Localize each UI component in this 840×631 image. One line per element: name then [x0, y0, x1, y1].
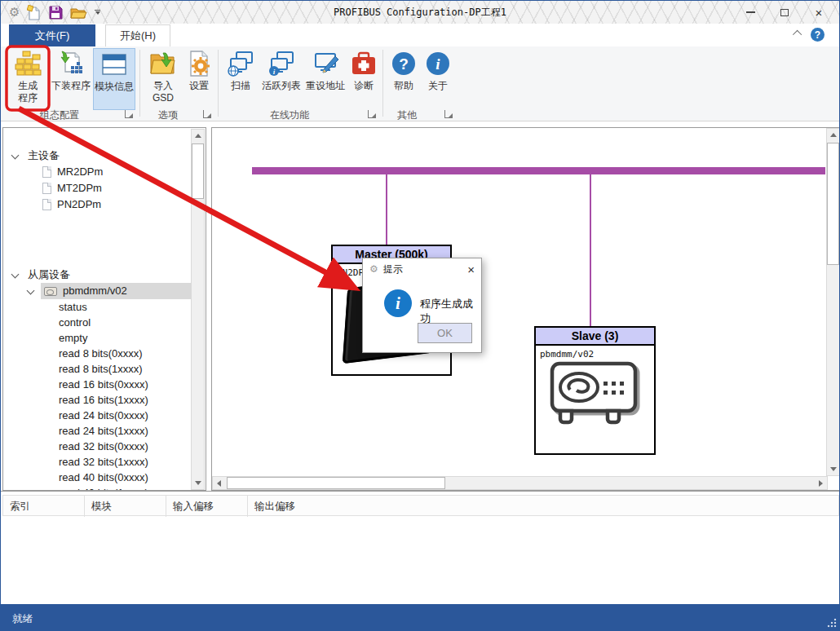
close-icon: ×: [816, 6, 823, 20]
scroll-left-button[interactable]: [213, 477, 225, 489]
settings-button[interactable]: 设置: [183, 48, 214, 107]
scroll-up-button[interactable]: [827, 129, 839, 141]
active-list-label: 活跃列表: [262, 80, 301, 92]
minimize-button[interactable]: [733, 1, 767, 24]
tab-file[interactable]: 文件(F): [9, 24, 95, 46]
tree-item-module[interactable]: read 40 bits(1xxxx): [3, 485, 206, 491]
triangle-down-icon: [195, 481, 201, 485]
help-button[interactable]: ?: [811, 28, 825, 42]
tree-item-label: read 24 bits(1xxxx): [59, 423, 148, 439]
column-header-index[interactable]: 索引: [3, 496, 85, 517]
scroll-up-button[interactable]: [192, 130, 204, 142]
tree-item-module[interactable]: status: [3, 299, 206, 315]
module-info-button[interactable]: 模块信息: [93, 48, 135, 110]
tree-item-module[interactable]: read 8 bits(0xxxx): [3, 346, 206, 361]
scrollbar-thumb[interactable]: [192, 143, 204, 199]
scroll-down-button[interactable]: [192, 477, 204, 489]
tree-item-label: read 8 bits(1xxxx): [59, 361, 143, 377]
tree-item-module[interactable]: empty: [3, 330, 206, 346]
tree-item-module[interactable]: control: [3, 315, 206, 330]
bus-drop-line: [590, 174, 591, 327]
import-gsd-button[interactable]: 导入 GSD: [144, 48, 182, 107]
group-label-online: 在线功能: [270, 108, 309, 121]
generate-program-button[interactable]: 生成 程序: [7, 48, 48, 107]
close-button[interactable]: ×: [802, 1, 836, 24]
download-program-button[interactable]: 下装程序: [50, 48, 92, 107]
settings-icon: [185, 50, 213, 77]
tree-item-master[interactable]: MR2DPm: [3, 164, 206, 180]
scrollbar-thumb[interactable]: [827, 143, 839, 265]
chevron-down-icon[interactable]: [27, 287, 35, 295]
scroll-down-button[interactable]: [827, 463, 839, 475]
about-button[interactable]: i 关于: [422, 48, 454, 107]
slave-node[interactable]: Slave (3) pbmdmm/v02: [534, 326, 656, 455]
column-header-output-offset[interactable]: 输出偏移: [248, 496, 840, 517]
tree-vertical-scrollbar[interactable]: [191, 129, 205, 490]
tree-item-label: read 24 bits(0xxxx): [59, 408, 148, 423]
tree-item-label: PN2DPm: [57, 196, 101, 213]
tree-item-label: empty: [59, 330, 87, 346]
svg-text:?: ?: [399, 55, 409, 73]
scrollbar-thumb[interactable]: [227, 477, 445, 489]
table-header-row: 索引 模块 输入偏移 输出偏移: [2, 495, 839, 516]
slave-node-header: Slave (3): [536, 328, 654, 346]
dialog-launcher-icon[interactable]: [368, 110, 376, 118]
ribbon-help-button[interactable]: ? 帮助: [387, 48, 420, 107]
tree-item-label: MR2DPm: [57, 164, 103, 180]
group-label-options: 选项: [158, 108, 178, 121]
tree-item-module[interactable]: read 16 bits(1xxxx): [3, 392, 206, 408]
tree-spacer: [3, 213, 206, 267]
maximize-button[interactable]: [767, 1, 802, 24]
tree-item-module[interactable]: read 24 bits(1xxxx): [3, 423, 206, 439]
tree-item-label: read 32 bits(1xxxx): [59, 454, 148, 470]
dialog-message: 程序生成成功: [420, 297, 481, 326]
about-label: 关于: [428, 80, 448, 92]
settings-label: 设置: [189, 80, 209, 92]
column-header-input-offset[interactable]: 输入偏移: [166, 496, 248, 517]
tree-group-masters[interactable]: 主设备: [3, 148, 206, 164]
tree-item-module[interactable]: read 40 bits(0xxxx): [3, 470, 206, 485]
chevron-down-icon[interactable]: [11, 152, 20, 160]
module-mapping-table: 索引 模块 输入偏移 输出偏移: [1, 491, 840, 604]
generate-program-label: 生成 程序: [18, 80, 38, 104]
tree-item-module[interactable]: read 8 bits(1xxxx): [3, 361, 206, 377]
tree-item-module[interactable]: read 32 bits(0xxxx): [3, 439, 206, 454]
dialog-close-button[interactable]: ×: [467, 263, 475, 276]
tree-item-label: status: [59, 299, 87, 315]
reset-address-button[interactable]: 重设地址: [304, 48, 347, 107]
network-canvas[interactable]: Master (500k) PN2DPm Slave (3) pbmdmm/v0…: [211, 127, 840, 491]
tree-item-label: read 16 bits(0xxxx): [59, 377, 148, 392]
tree-item-label: read 16 bits(1xxxx): [59, 392, 148, 408]
column-header-module[interactable]: 模块: [85, 496, 166, 517]
tree-item-master[interactable]: PN2DPm: [3, 196, 206, 213]
tree-item-slave-device[interactable]: pbmdmm/v02: [3, 283, 206, 299]
tree-item-module[interactable]: read 32 bits(1xxxx): [3, 454, 206, 470]
scroll-right-button[interactable]: [815, 477, 827, 489]
scan-button[interactable]: 扫描: [223, 48, 259, 107]
download-program-icon: [57, 50, 85, 77]
tab-home[interactable]: 开始(H): [105, 24, 170, 46]
tree-item-module[interactable]: read 24 bits(0xxxx): [3, 408, 206, 423]
ribbon-help-label: 帮助: [394, 80, 413, 92]
tree-item-module[interactable]: read 16 bits(0xxxx): [3, 377, 206, 392]
ribbon: 生成 程序 下装程序 模块信息: [1, 46, 839, 121]
chevron-up-icon: [793, 30, 802, 39]
resize-grip[interactable]: [827, 618, 837, 628]
tree-item-master[interactable]: MT2DPm: [3, 180, 206, 196]
dialog-launcher-icon[interactable]: [125, 110, 133, 118]
chevron-down-icon[interactable]: [11, 271, 20, 279]
about-info-icon: i: [424, 50, 452, 77]
tree-group-slaves[interactable]: 从属设备: [3, 267, 206, 283]
dialog-launcher-icon[interactable]: [203, 110, 211, 118]
ok-button[interactable]: OK: [418, 323, 472, 343]
active-list-button[interactable]: i 活跃列表: [260, 48, 303, 107]
dialog-launcher-icon[interactable]: [444, 110, 453, 118]
canvas-horizontal-scrollbar[interactable]: [212, 476, 828, 490]
canvas-vertical-scrollbar[interactable]: [826, 128, 840, 476]
collapse-ribbon-button[interactable]: [795, 30, 802, 37]
group-label-configuration: 组态配置: [40, 108, 79, 121]
dialog-title-bar[interactable]: ⚙ 提示 ×: [363, 258, 481, 280]
diagnose-button[interactable]: 诊断: [348, 48, 379, 107]
module-info-label: 模块信息: [95, 81, 134, 93]
ribbon-separator: [382, 50, 383, 117]
